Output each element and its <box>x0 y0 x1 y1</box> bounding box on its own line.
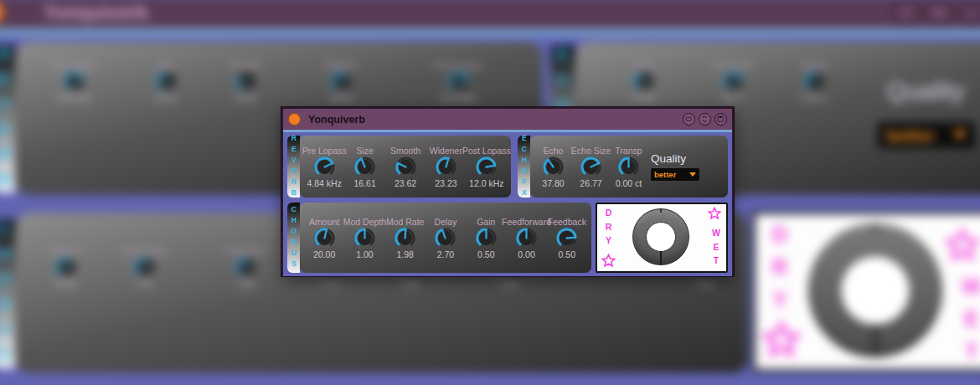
knob-value[interactable]: 0.00 <box>501 279 518 289</box>
knob-value[interactable]: 0.50 <box>697 279 714 289</box>
dry-wet-hole <box>646 222 676 252</box>
hot-swap-icon[interactable] <box>926 0 952 26</box>
knob-value[interactable]: 2.70 <box>437 249 454 259</box>
knob-value[interactable]: 4.84 kHz <box>307 178 341 188</box>
knob-value[interactable]: 37.80 <box>632 93 654 103</box>
knob-value[interactable]: 0.00 ct <box>801 93 828 103</box>
device-title: Yonquiverb <box>44 2 148 24</box>
knob-value[interactable]: 16.61 <box>353 178 375 188</box>
knob-label: Mod Depth <box>343 217 386 227</box>
knob-amount[interactable] <box>314 228 335 249</box>
knob-value[interactable]: 12.0 kHz <box>441 93 475 103</box>
knob-post-lopass[interactable] <box>448 71 469 92</box>
knob-value[interactable]: 0.00 <box>518 249 534 259</box>
knob-delay[interactable] <box>435 228 456 249</box>
knob-column-amount: Amount 20.00 <box>304 206 344 270</box>
knob-label: Pre Lopass <box>51 60 95 70</box>
echofx-knobs: Echo 37.80 Echo Size 26.77 Transp 0.00 c… <box>534 139 647 194</box>
knob-feedforward[interactable] <box>516 228 537 249</box>
knob-transp[interactable] <box>618 157 639 177</box>
device-titlebar[interactable]: Yonquiverb <box>283 109 732 130</box>
knob-post-lopass[interactable] <box>476 157 497 177</box>
knob-echo-size[interactable] <box>580 157 601 177</box>
knob-feedback[interactable] <box>556 228 577 249</box>
knob-value[interactable]: 23.62 <box>235 93 256 103</box>
quality-dropdown[interactable]: better <box>651 168 699 181</box>
knob-column-mod-rate: Mod Rate 1.98 <box>385 206 426 270</box>
knob-gain[interactable] <box>476 228 497 249</box>
knob-value[interactable]: 0.50 <box>402 279 419 289</box>
save-preset-icon[interactable] <box>959 0 980 26</box>
knob-column-feedforward: Feedforward 0.00 <box>506 206 546 270</box>
chorus-tab-label: CHORUS <box>290 205 297 270</box>
knob-value[interactable]: 16.61 <box>155 93 177 103</box>
knob-label: Size <box>356 146 373 156</box>
knob-echo[interactable] <box>543 157 564 177</box>
knob-value[interactable]: 26.77 <box>722 93 744 103</box>
knob-column-delay: Delay 2.70 <box>426 206 466 270</box>
knob-widener[interactable] <box>331 71 352 92</box>
float-window-icon[interactable] <box>894 0 920 26</box>
knob-value[interactable]: 23.62 <box>395 178 416 188</box>
knob-echo[interactable] <box>633 71 654 92</box>
knob-pre-lopass[interactable] <box>64 71 85 92</box>
device-activator-icon[interactable] <box>288 113 301 126</box>
knob-label: Size <box>157 60 174 70</box>
knob-column-mod-depth: Mod Depth 1.00 <box>344 206 384 270</box>
knob-transp[interactable] <box>804 71 825 92</box>
knob-smooth[interactable] <box>395 157 416 177</box>
knob-widener[interactable] <box>436 157 456 177</box>
hot-swap-icon[interactable] <box>699 113 711 126</box>
chorus-tab: CHORUS <box>287 203 300 273</box>
reverb-panel: Pre Lopass 4.84 kHz Size 16.61 Smooth 23… <box>300 136 511 198</box>
knob-mod-depth[interactable] <box>354 228 375 249</box>
knob-value[interactable]: 1.98 <box>396 249 413 259</box>
dropdown-arrow-icon <box>689 172 696 177</box>
knob-value[interactable]: 12.0 kHz <box>469 178 503 188</box>
knob-value[interactable]: 2.70 <box>322 279 339 289</box>
knob-amount[interactable] <box>55 257 76 278</box>
knob-pre-lopass[interactable] <box>314 157 335 177</box>
save-preset-icon[interactable] <box>714 113 727 126</box>
knob-value[interactable]: 1.98 <box>237 279 254 289</box>
row-gap <box>511 136 518 198</box>
knob-label: Mod Rate <box>226 246 265 256</box>
knob-column-post-lopass: Post Lopass 12.0 kHz <box>467 139 507 194</box>
knob-echo-size[interactable] <box>723 71 744 92</box>
bg-quality-dropdown[interactable]: better <box>878 122 975 148</box>
knob-mod-depth[interactable] <box>134 257 155 278</box>
knob-value[interactable]: 1.00 <box>356 249 373 259</box>
knob-smooth[interactable] <box>235 71 256 92</box>
knob-value[interactable]: 1.00 <box>136 279 152 289</box>
knob-size[interactable] <box>354 157 375 177</box>
bg-device-top-strip <box>0 28 980 36</box>
knob-value[interactable]: 37.80 <box>542 178 564 188</box>
knob-value[interactable]: 0.50 <box>559 249 575 259</box>
knob-value[interactable]: 4.84 kHz <box>56 93 90 103</box>
knob-value[interactable]: 20.00 <box>313 249 335 259</box>
knob-mod-rate[interactable] <box>235 257 256 278</box>
knob-label: Transp <box>615 146 642 156</box>
knob-value[interactable]: 23.23 <box>330 93 352 103</box>
device-activator-icon[interactable] <box>0 0 4 24</box>
knob-value[interactable]: 26.77 <box>580 178 601 188</box>
knob-column-transp: Transp 0.00 ct <box>610 139 647 194</box>
dry-wet-knob[interactable] <box>632 208 689 265</box>
knob-value[interactable]: 20.00 <box>54 279 76 289</box>
knob-mod-rate[interactable] <box>395 228 415 249</box>
knob-value[interactable]: 0.00 ct <box>616 178 642 188</box>
star-icon <box>762 321 801 359</box>
knob-column-widener: Widener 23.23 <box>426 139 466 194</box>
dry-wet-knob[interactable] <box>808 223 942 357</box>
dry-wet-panel: DRY WET <box>596 203 728 273</box>
reverb-tab-label: REVERB <box>290 134 297 199</box>
knob-value[interactable]: 0.50 <box>477 249 494 259</box>
knob-label: Smooth <box>230 60 260 70</box>
bg-wet-label: WET <box>961 275 980 372</box>
knob-column-size: Size 16.61 <box>344 139 384 194</box>
knob-size[interactable] <box>156 71 177 92</box>
float-window-icon[interactable] <box>683 113 695 126</box>
knob-column-echo-size: Echo Size 26.77 <box>572 139 610 194</box>
knob-label: Post Lopass <box>462 146 511 156</box>
knob-value[interactable]: 23.23 <box>435 178 456 188</box>
